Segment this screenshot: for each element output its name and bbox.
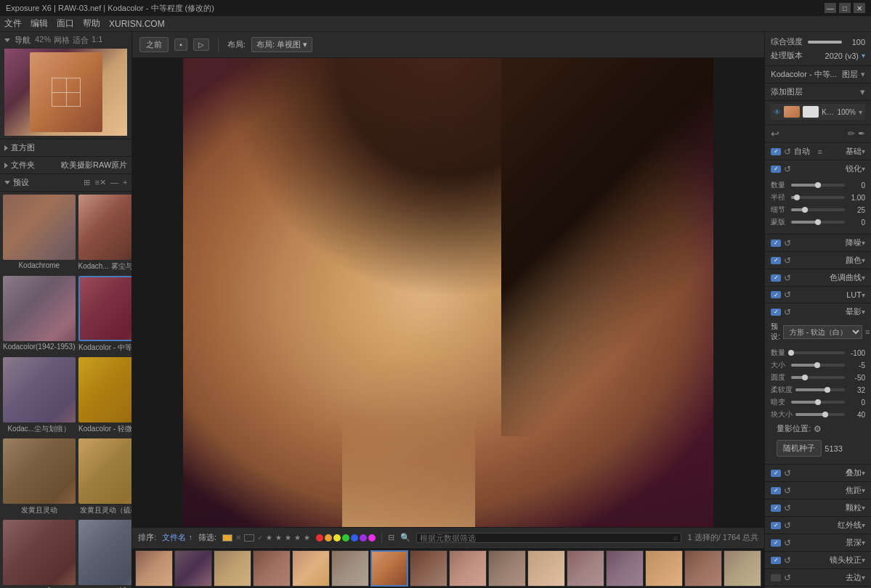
lut-header[interactable]: ✓ ↺ LUT ▾ bbox=[765, 287, 871, 303]
layer-options-icon[interactable]: ▾ bbox=[859, 108, 862, 116]
sharpen-mask-slider[interactable] bbox=[791, 221, 845, 224]
filter-check-icon[interactable]: ✓ bbox=[257, 534, 263, 542]
depth-header[interactable]: ✓ ↺ 景深 ▾ bbox=[765, 534, 871, 551]
preset-item-kodach-dust[interactable]: Kodach... 雾尘与划痕 bbox=[78, 195, 132, 273]
overlay-toggle[interactable]: ✓ bbox=[771, 470, 781, 477]
vignette-header[interactable]: ✓ ↺ 晕影 ▾ bbox=[765, 303, 871, 320]
color-dot-orange[interactable] bbox=[325, 534, 332, 542]
infrared-toggle[interactable]: ✓ bbox=[771, 522, 781, 529]
version-dropdown-icon[interactable]: ▾ bbox=[862, 52, 865, 60]
vignette-refresh-icon[interactable]: ↺ bbox=[784, 307, 791, 317]
tone-curve-header[interactable]: ✓ ↺ 色调曲线 ▾ bbox=[765, 269, 871, 286]
filmstrip-thumb-3[interactable] bbox=[214, 550, 251, 587]
window-controls[interactable]: — □ ✕ bbox=[825, 3, 865, 13]
color-dot-green[interactable] bbox=[342, 534, 349, 542]
focal-length-expand-icon[interactable]: ▾ bbox=[862, 486, 865, 494]
filter-star-4[interactable]: ★ bbox=[294, 534, 301, 542]
grain-expand-icon[interactable]: ▾ bbox=[862, 504, 865, 512]
lut-refresh-icon[interactable]: ↺ bbox=[784, 290, 791, 300]
filmstrip-thumb-7-selected[interactable] bbox=[370, 550, 408, 587]
sharpen-toggle[interactable]: ✓ bbox=[771, 166, 781, 173]
lut-expand-icon[interactable]: ▾ bbox=[862, 291, 865, 299]
nav-collapse-icon[interactable] bbox=[4, 38, 10, 42]
filmstrip-thumb-6[interactable] bbox=[331, 550, 369, 587]
tone-curve-expand-icon[interactable]: ▾ bbox=[862, 274, 865, 282]
overlay-header[interactable]: ✓ ↺ 叠加 ▾ bbox=[765, 465, 871, 481]
vignette-roundness-slider[interactable] bbox=[791, 376, 845, 379]
infrared-header[interactable]: ✓ ↺ 红外线 ▾ bbox=[765, 517, 871, 534]
auto-refresh-icon[interactable]: ↺ bbox=[784, 147, 791, 157]
filmstrip-thumb-9[interactable] bbox=[449, 550, 487, 587]
random-seed-button[interactable]: 随机种子 bbox=[777, 440, 822, 457]
filter-star-1[interactable]: ★ bbox=[266, 534, 272, 542]
preset-thumb-kodachrome[interactable] bbox=[3, 195, 76, 260]
add-preset-icon[interactable]: — bbox=[110, 178, 118, 187]
noise-header[interactable]: ✓ ↺ 降噪 ▾ bbox=[765, 234, 871, 251]
vignette-expand-icon[interactable]: ▾ bbox=[862, 308, 865, 316]
preset-thumb-koda1942[interactable] bbox=[3, 276, 76, 341]
preset-thumb-kodac-dust2[interactable] bbox=[3, 357, 76, 422]
maximize-button[interactable]: □ bbox=[839, 3, 851, 13]
sharpen-radius-slider[interactable] bbox=[791, 196, 845, 199]
sharpen-header[interactable]: ✓ ↺ 锐化 ▾ bbox=[765, 160, 871, 177]
remove-edge-header[interactable]: ↺ 去边 ▾ bbox=[765, 569, 871, 586]
strength-slider[interactable] bbox=[808, 41, 842, 44]
sharpen-amount-slider[interactable] bbox=[791, 184, 845, 187]
color-dot-pink[interactable] bbox=[368, 534, 376, 542]
filmstrip-thumb-10[interactable] bbox=[488, 550, 526, 587]
sharpen-expand-icon[interactable]: ▾ bbox=[862, 165, 865, 173]
filmstrip-thumb-4[interactable] bbox=[253, 550, 291, 587]
depth-expand-icon[interactable]: ▾ bbox=[862, 539, 865, 547]
zoom-1to1[interactable]: 1:1 bbox=[92, 35, 102, 46]
focal-length-toggle[interactable]: ✓ bbox=[771, 487, 781, 494]
seed-gear-icon[interactable]: ⚙ bbox=[814, 424, 822, 434]
filmstrip-thumb-16[interactable] bbox=[724, 550, 761, 587]
sharpen-refresh-icon[interactable]: ↺ bbox=[784, 164, 791, 174]
menu-file[interactable]: 文件 bbox=[4, 17, 22, 30]
auto-toggle[interactable]: ✓ bbox=[771, 148, 781, 155]
depth-refresh-icon[interactable]: ↺ bbox=[784, 538, 791, 548]
color-dot-red[interactable] bbox=[316, 534, 323, 542]
add-preset-plus[interactable]: + bbox=[123, 178, 127, 187]
preset-item-kodachrome[interactable]: Kodachrome bbox=[3, 195, 76, 273]
vignette-toggle[interactable]: ✓ bbox=[771, 309, 781, 316]
filmstrip-thumb-15[interactable] bbox=[684, 550, 722, 587]
preset-item-kodac-dust2[interactable]: Kodac...尘与划痕） bbox=[3, 357, 76, 436]
minimize-button[interactable]: — bbox=[825, 3, 836, 13]
preset-thumb-kodacolor-low[interactable] bbox=[78, 357, 132, 422]
layer-visibility-icon[interactable]: 👁 bbox=[774, 108, 781, 116]
color-toggle[interactable]: ✓ bbox=[771, 257, 781, 264]
filename-sort[interactable]: 文件名 ↑ bbox=[162, 532, 193, 543]
preset-thumb-more2[interactable] bbox=[78, 520, 132, 585]
color-header[interactable]: ✓ ↺ 颜色 ▾ bbox=[765, 252, 871, 269]
preset-thumb-kodach-dust[interactable] bbox=[78, 195, 132, 260]
presets-collapse-icon[interactable] bbox=[4, 181, 10, 184]
depth-toggle[interactable]: ✓ bbox=[771, 539, 781, 547]
histogram-expand-icon[interactable] bbox=[4, 145, 8, 151]
preset-thumb-more1[interactable] bbox=[3, 520, 76, 585]
auto-basic-header[interactable]: ✓ ↺ 自动 ≡ 基础 ▾ bbox=[765, 143, 871, 160]
noise-expand-icon[interactable]: ▾ bbox=[862, 239, 865, 247]
menu-edit[interactable]: 编辑 bbox=[31, 17, 48, 30]
folder-header[interactable]: 文件夹 欧美摄影RAW原片 bbox=[4, 158, 127, 172]
lens-correct-toggle[interactable]: ✓ bbox=[771, 557, 781, 564]
preset-item-hair-yellow2[interactable]: 发黄且灵动（硫磺） bbox=[78, 438, 132, 517]
lens-correct-header[interactable]: ✓ ↺ 镜头校正 ▾ bbox=[765, 552, 871, 568]
preset-item-hair-yellow[interactable]: 发黄且灵动 bbox=[3, 438, 76, 517]
remove-edge-toggle[interactable] bbox=[771, 574, 781, 581]
close-button[interactable]: ✕ bbox=[854, 3, 865, 13]
tone-curve-refresh-icon[interactable]: ↺ bbox=[784, 273, 791, 283]
filter-flag-icon[interactable] bbox=[222, 534, 232, 542]
remove-edge-refresh-icon[interactable]: ↺ bbox=[784, 573, 791, 583]
histogram-header[interactable]: 直方图 bbox=[4, 141, 127, 155]
remove-edge-expand-icon[interactable]: ▾ bbox=[862, 573, 865, 581]
grain-header[interactable]: ✓ ↺ 颗粒 ▾ bbox=[765, 499, 871, 516]
overlay-refresh-icon[interactable]: ↺ bbox=[784, 468, 791, 478]
add-layer-icon[interactable]: ▾ bbox=[860, 86, 865, 97]
color-expand-icon[interactable]: ▾ bbox=[862, 256, 865, 264]
layout-icon[interactable]: ⊟ bbox=[388, 533, 394, 542]
vignette-dark-slider[interactable] bbox=[791, 401, 845, 404]
filter-x-icon[interactable]: ✕ bbox=[235, 534, 241, 542]
vignette-preset-select[interactable]: 方形 - 软边（白） bbox=[783, 325, 862, 339]
folder-expand-icon[interactable] bbox=[4, 163, 8, 168]
